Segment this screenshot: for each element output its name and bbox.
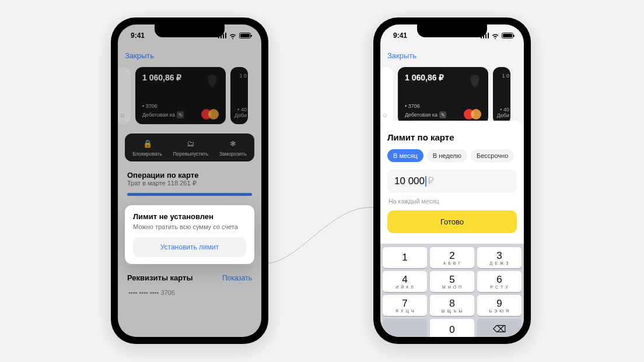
action-freeze[interactable]: ❄ Заморозить: [219, 138, 247, 157]
pencil-icon[interactable]: ✎: [177, 111, 184, 118]
status-time: 9:41: [393, 31, 407, 40]
sheet-title: Лимит по карте: [387, 132, 517, 142]
operations-progress: [127, 193, 252, 196]
key-6[interactable]: 6Р С Т У: [477, 271, 522, 292]
amount-hint: На каждый месяц: [388, 198, 516, 205]
key-delete[interactable]: ⌫: [477, 319, 522, 337]
operations-subtitle: Трат в марте 118 261 ₽: [127, 180, 252, 187]
chip-forever[interactable]: Бессрочно: [471, 149, 514, 162]
card-prev-peek[interactable]: ⊙: [118, 67, 131, 124]
key-blank: [383, 319, 427, 337]
pencil-icon[interactable]: ✎: [439, 111, 446, 118]
requisites-title: Реквизиты карты: [127, 273, 193, 282]
card-next-peek[interactable]: 1 0 • 40 Деби: [230, 67, 248, 124]
key-3[interactable]: 3Д Е Ж З: [477, 247, 522, 268]
card-prev-peek[interactable]: ⊙: [380, 67, 393, 124]
chip-week[interactable]: В неделю: [427, 149, 467, 162]
limit-block: Лимит не установлен Можно тратить всю су…: [125, 205, 254, 264]
close-link[interactable]: Закрыть: [380, 47, 524, 64]
action-reissue[interactable]: 🗂 Перевыпустить: [173, 138, 208, 157]
operations-title: Операции по карте: [127, 171, 252, 180]
chip-month[interactable]: В месяц: [387, 149, 424, 162]
key-2[interactable]: 2А Б В Г: [430, 247, 474, 268]
card-logo-icon: [467, 73, 482, 90]
masked-number: •••• •••• •••• 3706: [127, 289, 252, 296]
amount-input[interactable]: 10 000₽: [387, 169, 517, 193]
mastercard-icon: [464, 109, 481, 120]
key-1[interactable]: 1: [383, 247, 427, 268]
card-number: • 3706: [405, 103, 420, 109]
actions-bar: 🔒 Блокировать 🗂 Перевыпустить ❄ Заморози…: [125, 133, 254, 161]
operations-block[interactable]: Операции по карте Трат в марте 118 261 ₽: [126, 167, 253, 199]
period-chips: В месяц В неделю Бессрочно: [387, 149, 517, 162]
cards-carousel[interactable]: ⊙ 1 060,86 ₽ • 3706 Дебетовая ка✎ 1 0 • …: [380, 64, 524, 128]
status-time: 9:41: [131, 31, 145, 40]
phone-right: 9:41 Закрыть ⊙ 1 060,86 ₽ • 3706 Дебетов…: [373, 17, 531, 344]
credit-card-main[interactable]: 1 060,86 ₽ • 3706 Дебетовая ка✎: [398, 67, 488, 124]
snowflake-icon: ❄: [228, 138, 238, 149]
action-block[interactable]: 🔒 Блокировать: [132, 138, 162, 157]
amount-value: 10 000: [394, 175, 425, 187]
credit-card-main[interactable]: 1 060,86 ₽ • 3706 Дебетовая ка✎: [135, 67, 226, 124]
wifi-icon: [229, 33, 237, 38]
battery-icon: [502, 33, 513, 38]
requisites-block: Реквизиты карты Показать •••• •••• •••• …: [126, 270, 253, 300]
key-0[interactable]: 0: [430, 319, 474, 337]
card-number: • 3706: [142, 103, 158, 109]
reissue-icon: 🗂: [186, 138, 196, 149]
card-logo-icon: [205, 73, 220, 90]
backspace-icon: ⌫: [493, 325, 506, 334]
battery-icon: [239, 33, 251, 38]
requisites-show-link[interactable]: Показать: [222, 274, 252, 282]
limit-subtitle: Можно тратить всю сумму со счета: [133, 223, 246, 230]
mastercard-icon: [201, 109, 219, 120]
key-8[interactable]: 8Ш Щ Ъ Ы: [430, 295, 474, 316]
set-limit-button[interactable]: Установить лимит: [133, 237, 246, 257]
numeric-keyboard: 1 2А Б В Г 3Д Е Ж З 4И Й К Л 5М Н О П 6Р…: [380, 244, 524, 337]
key-5[interactable]: 5М Н О П: [430, 271, 474, 292]
wifi-icon: [491, 33, 499, 38]
key-7[interactable]: 7Ф Х Ц Ч: [383, 295, 427, 316]
card-type: Дебетовая ка✎: [405, 111, 446, 118]
card-next-peek[interactable]: 1 0 • 40 Деби: [493, 67, 510, 124]
done-button[interactable]: Готово: [387, 210, 517, 233]
key-9[interactable]: 9Ь Э Ю Я: [477, 295, 522, 316]
amount-currency: ₽: [428, 175, 434, 187]
key-4[interactable]: 4И Й К Л: [383, 271, 427, 292]
cards-carousel[interactable]: ⊙ 1 060,86 ₽ • 3706 Дебетовая ка✎ 1 0 • …: [118, 64, 261, 128]
close-link[interactable]: Закрыть: [118, 47, 261, 64]
limit-title: Лимит не установлен: [133, 212, 246, 221]
lock-icon: 🔒: [142, 138, 153, 149]
card-type: Дебетовая ка✎: [142, 111, 184, 118]
phone-left: 9:41 Закрыть ⊙ 1 060,86 ₽ • 3706 Дебетов…: [111, 17, 268, 344]
